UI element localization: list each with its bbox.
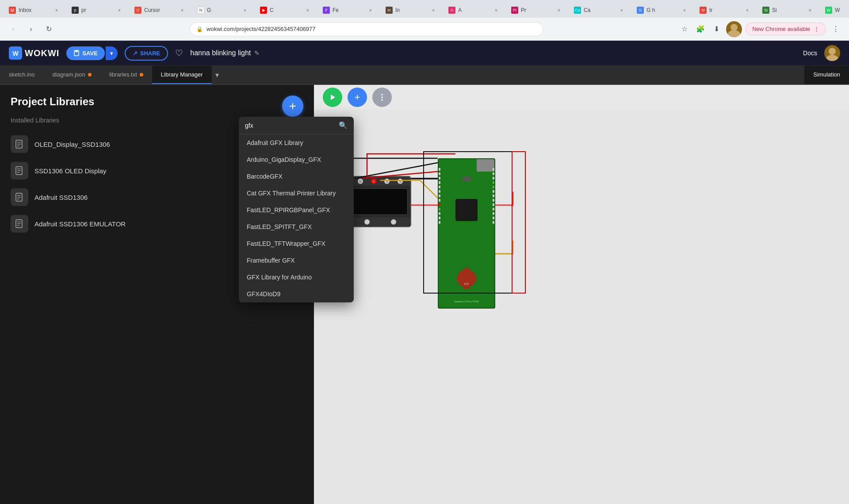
tab-si-close[interactable]: × — [807, 7, 814, 14]
new-chrome-menu[interactable]: ⋮ — [814, 26, 819, 32]
tab-gmail[interactable]: M Inbox × — [4, 3, 65, 18]
tab-pi[interactable]: Pi Pr × — [506, 3, 568, 18]
tab-insta-label: A — [458, 7, 490, 13]
save-button[interactable]: SAVE — [66, 46, 104, 60]
tab-library-manager-label: Library Manager — [161, 71, 203, 78]
user-avatar[interactable] — [824, 45, 840, 61]
gpio-pin — [438, 181, 440, 184]
download-button[interactable]: ⬇ — [710, 23, 723, 35]
search-results-list: Adafruit GFX Library Arduino_GigaDisplay… — [239, 134, 354, 302]
tab-project-close[interactable]: × — [116, 7, 123, 14]
tab-libraries-txt[interactable]: libraries.txt — [100, 66, 152, 84]
tab-insta-close[interactable]: × — [493, 7, 500, 14]
tab-insta[interactable]: A A × — [443, 3, 505, 18]
gpio-pin — [493, 203, 495, 206]
tab-youtube-close[interactable]: × — [304, 7, 311, 14]
tab-sketch-ino[interactable]: sketch.ino — [0, 66, 44, 84]
search-result-item[interactable]: FastLED_SPITFT_GFX — [239, 218, 354, 235]
sda-pin: S — [398, 179, 403, 184]
lock-icon: 🔒 — [196, 26, 203, 32]
tab-library-manager[interactable]: Library Manager — [152, 66, 212, 84]
tab-forms-close[interactable]: × — [367, 7, 374, 14]
gpio-pin — [438, 186, 440, 188]
tab-notion2-close[interactable]: × — [430, 7, 437, 14]
tab-si[interactable]: Si Si × — [757, 3, 819, 18]
search-result-item[interactable]: Cat GFX Thermal Printer Library — [239, 185, 354, 202]
favorite-button[interactable]: ♡ — [175, 48, 183, 58]
url-bar[interactable]: 🔒 wokwi.com/projects/422824563457406977 — [190, 22, 543, 36]
add-library-button[interactable]: + — [282, 95, 303, 117]
tab-wa-label: W — [835, 7, 849, 13]
wokwi-logo[interactable]: W WOKWI — [9, 46, 59, 60]
sim-add-icon: + — [355, 92, 360, 102]
file-tabs-dropdown[interactable]: ▾ — [212, 65, 222, 84]
project-name: hanna blinking light ✎ — [190, 49, 260, 57]
search-result-item[interactable]: GFX4DIoD9 — [239, 286, 354, 302]
bookmark-button[interactable]: ☆ — [678, 23, 691, 35]
save-icon — [73, 50, 80, 56]
save-dropdown-button[interactable]: ▾ — [106, 46, 118, 60]
tab-cursor[interactable]: C Cursor × — [129, 3, 191, 18]
library-book-icon-0 — [11, 135, 28, 153]
led-pin — [438, 203, 440, 206]
forward-button[interactable]: › — [25, 23, 37, 35]
search-result-item[interactable]: Adafruit GFX Library — [239, 134, 354, 151]
tab-gmail-close[interactable]: × — [53, 7, 60, 14]
simulation-more-button[interactable] — [372, 88, 392, 107]
search-result-label-7: Framebuffer GFX — [247, 257, 295, 264]
extensions-button[interactable]: 🧩 — [694, 23, 707, 35]
back-button[interactable]: ‹ — [7, 23, 19, 35]
oled-display-component[interactable]: G V S S — [349, 176, 411, 227]
search-result-item[interactable]: FastLED_RPIRGBPanel_GFX — [239, 202, 354, 218]
tab-youtube[interactable]: ▶ C × — [255, 3, 317, 18]
bottom-pin-2 — [391, 219, 396, 225]
tab-notion[interactable]: N G × — [192, 3, 254, 18]
simulation-add-button[interactable]: + — [348, 88, 367, 107]
tab-canva[interactable]: Ca Ca × — [569, 3, 631, 18]
edit-project-name-button[interactable]: ✎ — [254, 50, 260, 57]
raspberry-pi-pico-component[interactable]: RPi — [438, 158, 495, 309]
search-result-item[interactable]: GFX Library for Arduino — [239, 269, 354, 286]
new-chrome-notification[interactable]: New Chrome available ⋮ — [746, 23, 826, 35]
reload-button[interactable]: ↻ — [42, 23, 55, 35]
tab-notion2[interactable]: In In × — [380, 3, 442, 18]
profile-avatar[interactable] — [726, 21, 742, 37]
search-result-label-9: GFX4DIoD9 — [247, 290, 280, 298]
gpio-pin — [493, 195, 495, 197]
simulation-play-button[interactable] — [323, 88, 342, 107]
tab-google[interactable]: G G h × — [631, 3, 693, 18]
tab-forms[interactable]: F Fe × — [317, 3, 379, 18]
tab-gmail2[interactable]: M Ir × — [694, 3, 756, 18]
tab-gmail2-close[interactable]: × — [744, 7, 751, 14]
share-button[interactable]: ↗ SHARE — [125, 46, 168, 61]
scl-pin: S — [384, 179, 390, 184]
search-result-item[interactable]: Arduino_GigaDisplay_GFX — [239, 151, 354, 168]
wokwi-app-bar: W WOKWI SAVE ▾ ↗ SHARE ♡ hanna blinking … — [0, 41, 849, 65]
usb-port — [477, 159, 494, 172]
simulation-tab[interactable]: Simulation — [804, 66, 849, 84]
search-result-item[interactable]: FastLED_TFTWrapper_GFX — [239, 235, 354, 252]
tab-project[interactable]: p pr × — [66, 3, 128, 18]
tab-pi-close[interactable]: × — [555, 7, 562, 14]
search-result-item[interactable]: Framebuffer GFX — [239, 252, 354, 269]
library-name-3: Adafruit SSD1306 EMULATOR — [34, 220, 126, 228]
circuit-area[interactable]: G V S S — [314, 110, 849, 504]
search-result-item[interactable]: BarcodeGFX — [239, 168, 354, 185]
bottom-pin-1 — [364, 219, 370, 225]
tab-diagram-json-label: diagram.json — [53, 71, 85, 78]
tab-cursor-close[interactable]: × — [179, 7, 186, 14]
library-search-input[interactable] — [245, 122, 335, 129]
library-book-icon-2 — [11, 188, 28, 206]
docs-link[interactable]: Docs — [803, 50, 817, 57]
search-result-label-5: FastLED_SPITFT_GFX — [247, 223, 312, 230]
menu-button[interactable]: ⋮ — [830, 23, 842, 35]
tab-notion-close[interactable]: × — [241, 7, 249, 14]
tab-canva-close[interactable]: × — [618, 7, 625, 14]
tab-google-close[interactable]: × — [681, 7, 688, 14]
tab-canva-label: Ca — [584, 7, 616, 13]
gnd-pin: G — [358, 179, 363, 184]
tab-diagram-json[interactable]: diagram.json — [44, 66, 100, 84]
tab-wa[interactable]: W W × — [820, 3, 849, 18]
search-result-label-2: BarcodeGFX — [247, 173, 283, 180]
bootsel-button[interactable] — [462, 177, 471, 181]
